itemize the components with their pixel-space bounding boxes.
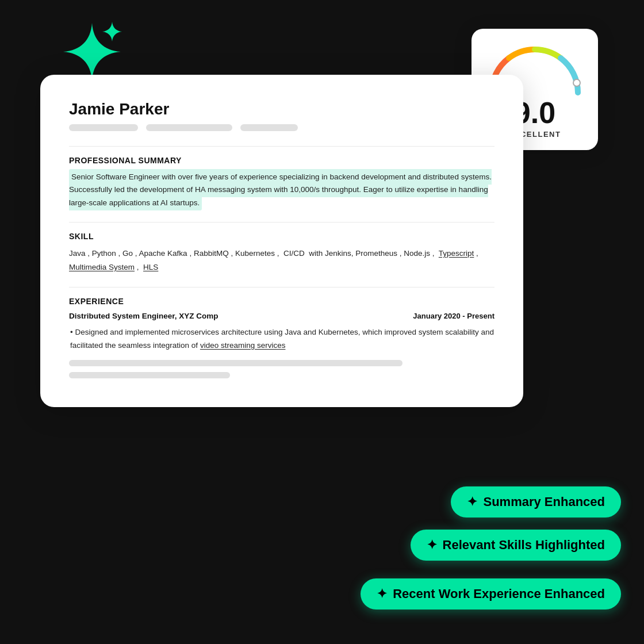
badge-summary: ✦ Summary Enhanced xyxy=(451,486,621,518)
page-wrapper: 9.0 EXCELLENT Jamie Parker PROFESSIONAL … xyxy=(0,0,644,644)
experience-section-title: EXPERIENCE xyxy=(69,297,494,306)
badge-skills: ✦ Relevant Skills Highlighted xyxy=(411,530,621,561)
contact-placeholder-bars xyxy=(69,124,494,131)
placeholder-bar-2 xyxy=(146,124,232,131)
placeholder-bar-1 xyxy=(69,124,138,131)
placeholder-bar-3 xyxy=(240,124,298,131)
divider-1 xyxy=(69,146,494,147)
experience-bullet: • Designed and implemented microservices… xyxy=(70,326,494,352)
skill-typescript: Typescript xyxy=(439,249,474,258)
experience-header: Distributed System Engineer, XYZ Comp Ja… xyxy=(69,312,494,320)
badge-sparkle-3: ✦ xyxy=(377,586,387,601)
candidate-name: Jamie Parker xyxy=(69,100,494,118)
summary-section-title: PROFESSIONAL SUMMARY xyxy=(69,156,494,165)
badge-experience: ✦ Recent Work Experience Enhanced xyxy=(361,578,621,610)
badge-sparkle-1: ✦ xyxy=(467,494,477,509)
badge-skills-label: Relevant Skills Highlighted xyxy=(443,538,605,553)
exp-placeholder-bar-2 xyxy=(69,372,230,378)
exp-placeholder-bar-1 xyxy=(69,360,402,366)
badge-summary-label: Summary Enhanced xyxy=(483,494,605,509)
svg-point-0 xyxy=(573,79,580,86)
summary-text: Senior Software Engineer with over five … xyxy=(69,169,492,210)
skills-text: Java , Python , Go , Apache Kafka , Rabb… xyxy=(69,247,494,275)
summary-text-block: Senior Software Engineer with over five … xyxy=(69,171,494,209)
experience-link: video streaming services xyxy=(200,341,286,350)
job-date: January 2020 - Present xyxy=(413,312,494,320)
job-title: Distributed System Engineer, XYZ Comp xyxy=(69,312,218,320)
exp-placeholder xyxy=(69,360,494,378)
badge-sparkle-2: ✦ xyxy=(427,538,437,553)
skill-hls: HLS xyxy=(143,263,158,271)
divider-3 xyxy=(69,287,494,288)
badge-experience-label: Recent Work Experience Enhanced xyxy=(393,586,605,601)
resume-card: Jamie Parker PROFESSIONAL SUMMARY Senior… xyxy=(40,75,523,407)
divider-2 xyxy=(69,222,494,223)
skills-section-title: SKILL xyxy=(69,232,494,241)
skill-multimedia: Multimedia System xyxy=(69,263,135,271)
